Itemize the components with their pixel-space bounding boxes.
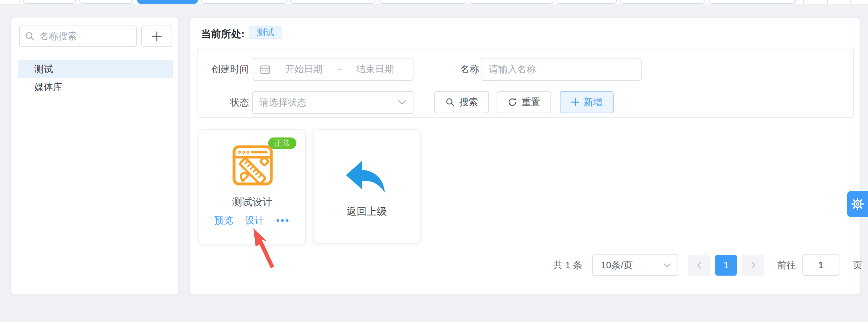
- app-tab[interactable]: [709, 0, 796, 4]
- sidebar-item-label: 测试: [34, 63, 53, 76]
- search-button-label: 搜索: [459, 96, 478, 109]
- search-icon: [25, 31, 35, 42]
- page-size-value: 10条/页: [601, 259, 663, 272]
- tab-strip-divider: [20, 0, 20, 4]
- status-placeholder: 请选择状态: [259, 96, 398, 109]
- main-content-panel: 当前所处: 测试 创建时间 开始日期 – 结束日期 名称 状态: [189, 17, 860, 295]
- preview-link[interactable]: 预览: [214, 214, 233, 227]
- sidebar-item-test[interactable]: 测试: [18, 60, 173, 78]
- app-tab[interactable]: [290, 0, 375, 4]
- settings-button[interactable]: [847, 191, 868, 217]
- design-icon: [232, 144, 274, 186]
- prev-page-button[interactable]: [688, 255, 710, 276]
- app-tab[interactable]: [23, 0, 76, 4]
- category-sidebar: 测试 媒体库: [11, 17, 179, 295]
- tab-strip-divider: [803, 0, 804, 4]
- next-page-button[interactable]: [742, 255, 764, 276]
- search-button[interactable]: 搜索: [434, 91, 489, 113]
- created-time-label: 创建时间: [197, 58, 249, 81]
- name-input[interactable]: [481, 58, 642, 81]
- app-tab-active[interactable]: [137, 0, 198, 4]
- design-link[interactable]: 设计: [245, 214, 264, 227]
- app-tab[interactable]: [620, 0, 705, 4]
- chevron-right-icon: [751, 261, 756, 269]
- reset-button[interactable]: 重置: [497, 91, 551, 113]
- calendar-icon: [259, 64, 271, 75]
- page-size-select[interactable]: 10条/页: [592, 254, 678, 276]
- name-label: 名称: [439, 58, 479, 81]
- app-tab[interactable]: [80, 0, 133, 4]
- plus-icon: [151, 31, 162, 42]
- gear-icon: [851, 198, 864, 210]
- add-button-label: 新增: [584, 96, 602, 109]
- app-window: 测试 媒体库 当前所处: 测试 创建时间 开始日期 – 结束日期: [0, 0, 868, 322]
- card-title: 返回上级: [314, 205, 420, 218]
- app-tab[interactable]: [201, 0, 287, 4]
- back-arrow-icon: [345, 160, 388, 193]
- goto-page-input[interactable]: [802, 254, 839, 276]
- back-to-parent-card[interactable]: 返回上级: [313, 130, 421, 244]
- chevron-down-icon: [663, 263, 671, 267]
- reset-button-label: 重置: [522, 96, 540, 109]
- tab-strip-divider: [850, 0, 851, 4]
- card-title: 测试设计: [199, 195, 305, 209]
- search-icon: [445, 97, 455, 107]
- app-tab[interactable]: [470, 0, 553, 4]
- date-range-picker[interactable]: 开始日期 – 结束日期: [253, 58, 413, 81]
- goto-label: 前往: [777, 254, 796, 276]
- sidebar-item-media-library[interactable]: 媒体库: [18, 78, 173, 96]
- start-date-placeholder[interactable]: 开始日期: [271, 63, 337, 76]
- current-location-tag: 测试: [249, 26, 282, 39]
- plus-icon: [571, 98, 580, 107]
- end-date-placeholder[interactable]: 结束日期: [342, 63, 408, 76]
- current-location-label: 当前所处:: [201, 28, 245, 40]
- search-input[interactable]: [19, 26, 137, 47]
- refresh-icon: [507, 97, 518, 107]
- sidebar-item-label: 媒体库: [34, 81, 63, 94]
- filter-box: 创建时间 开始日期 – 结束日期 名称 状态 请选择状态: [197, 48, 854, 118]
- app-tab[interactable]: [379, 0, 466, 4]
- chevron-down-icon: [398, 100, 406, 105]
- page-unit-label: 页: [853, 254, 862, 276]
- add-category-button[interactable]: [141, 26, 172, 47]
- more-actions-icon[interactable]: •••: [276, 215, 290, 226]
- tab-strip: [0, 0, 868, 4]
- tab-strip-divider: [827, 0, 828, 4]
- pagination-total: 共 1 条: [553, 254, 582, 276]
- annotation-arrow-cursor: [250, 226, 280, 271]
- status-label: 状态: [197, 91, 249, 114]
- app-tab[interactable]: [556, 0, 617, 4]
- card-actions: 预览 设计 •••: [199, 214, 305, 227]
- status-select[interactable]: 请选择状态: [252, 91, 413, 114]
- add-button[interactable]: 新增: [560, 91, 614, 113]
- date-range-separator: –: [337, 64, 342, 75]
- chevron-left-icon: [697, 261, 702, 269]
- sidebar-search: [19, 26, 137, 47]
- current-page-button[interactable]: 1: [715, 255, 737, 276]
